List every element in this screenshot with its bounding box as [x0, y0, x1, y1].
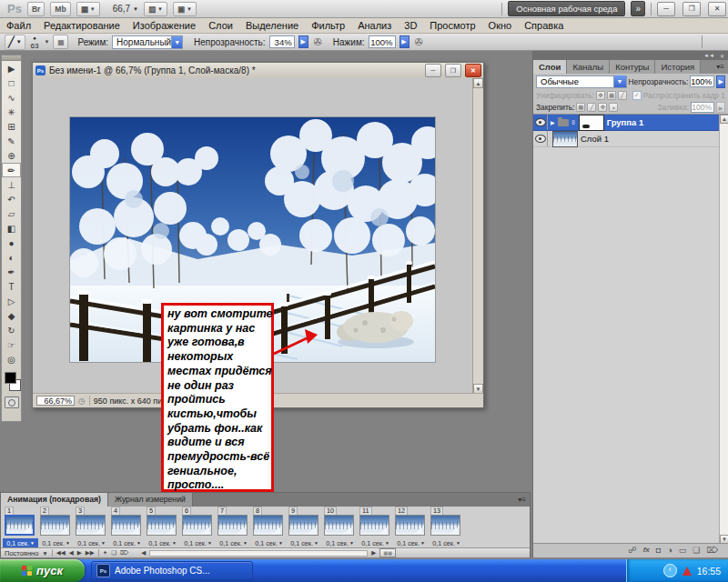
- new-group-icon[interactable]: ▭: [679, 546, 687, 555]
- tab-history[interactable]: История: [655, 60, 701, 74]
- frame-thumbnail[interactable]: [147, 515, 177, 536]
- zoom-level-control[interactable]: 66,7▼: [113, 4, 138, 14]
- frame-thumbnail[interactable]: [324, 515, 354, 536]
- animation-frame[interactable]: 13 0,1 сек.▼: [429, 507, 464, 547]
- opacity-slider-button[interactable]: ▶: [298, 35, 308, 48]
- close-dock-icon[interactable]: ✕: [720, 53, 724, 59]
- menu-item[interactable]: Изображение: [133, 20, 196, 31]
- minimize-button[interactable]: ─: [657, 2, 675, 16]
- frame-thumbnail[interactable]: [5, 515, 35, 536]
- panel-menu-icon[interactable]: ▾≡: [518, 493, 530, 507]
- delete-frame-button[interactable]: ⌦: [120, 549, 128, 557]
- fill-slider-button[interactable]: ▶: [716, 102, 725, 113]
- frame-delay-control[interactable]: 0,1 сек.▼: [109, 538, 145, 547]
- menu-item[interactable]: Файл: [6, 20, 31, 31]
- play-button[interactable]: ▶: [77, 549, 82, 557]
- new-frame-button[interactable]: ❏: [111, 549, 116, 557]
- frame-delay-control[interactable]: 0,1 сек.▼: [180, 538, 216, 547]
- toggle-brush-panel-button[interactable]: ▦: [53, 35, 68, 49]
- lock-position-icon[interactable]: ✥: [598, 103, 607, 112]
- tool-button[interactable]: ⊕: [2, 148, 21, 163]
- layer-row-layer-1[interactable]: Слой 1: [533, 131, 728, 147]
- frame-thumbnail[interactable]: [111, 515, 141, 536]
- tool-button[interactable]: ↶: [2, 192, 21, 206]
- frame-delay-control[interactable]: 0,1 сек.▼: [216, 538, 251, 547]
- previous-frame-button[interactable]: ◀: [69, 549, 74, 557]
- frame-delay-control[interactable]: 0,1 сек.▼: [322, 538, 358, 547]
- menu-item[interactable]: Справка: [524, 20, 563, 31]
- animation-frame[interactable]: 11 0,1 сек.▼: [358, 507, 393, 547]
- tool-button[interactable]: ✳: [2, 105, 21, 119]
- menu-item[interactable]: 3D: [404, 20, 417, 31]
- workspace-switcher-button[interactable]: Основная рабочая среда: [508, 1, 625, 16]
- tool-button[interactable]: ◧: [2, 221, 21, 236]
- scroll-up-icon[interactable]: ▲: [720, 115, 728, 124]
- menu-item[interactable]: Слои: [208, 20, 233, 31]
- collapse-dock-icon[interactable]: ◄◄: [703, 53, 714, 58]
- frame-thumbnail[interactable]: [395, 515, 425, 536]
- tool-button[interactable]: ◆: [2, 308, 21, 323]
- tool-button[interactable]: ✏: [2, 163, 21, 177]
- taskbar-app-button[interactable]: Ps Adobe Photoshop CS...: [91, 561, 253, 580]
- foreground-color-swatch[interactable]: [5, 372, 16, 384]
- frame-delay-control[interactable]: 0,1 сек.▼: [393, 538, 429, 547]
- layer-row-group-1[interactable]: ▶ ∞ Группа 1: [533, 115, 728, 131]
- tool-button[interactable]: ✎: [2, 134, 21, 148]
- frame-delay-control[interactable]: 0,1 сек.▼: [38, 538, 74, 547]
- tool-button[interactable]: ✒: [2, 265, 21, 279]
- antivirus-tray-icon[interactable]: [682, 567, 692, 576]
- frame-thumbnail[interactable]: [40, 515, 70, 536]
- menu-item[interactable]: Фильтр: [311, 20, 345, 31]
- airbrush-icon[interactable]: ✇: [314, 36, 322, 48]
- doc-restore-button[interactable]: ❐: [445, 64, 461, 77]
- tab-channels[interactable]: Каналы: [567, 60, 610, 74]
- horizontal-scrollbar[interactable]: [149, 550, 368, 557]
- tool-button[interactable]: ●: [2, 236, 21, 250]
- tool-button[interactable]: ▷: [2, 294, 21, 308]
- animation-frame[interactable]: 7 0,1 сек.▼: [216, 507, 251, 547]
- frame-thumbnail[interactable]: [288, 515, 318, 536]
- unify-style-icon[interactable]: ╱: [618, 91, 627, 100]
- tab-animation-frames[interactable]: Анимация (покадровая): [1, 493, 108, 507]
- flow-input[interactable]: 100%: [369, 35, 396, 48]
- adjustment-layer-icon[interactable]: ◑: [667, 546, 672, 555]
- bridge-launch-button[interactable]: Br: [27, 2, 45, 16]
- opacity-input[interactable]: 34%: [269, 35, 295, 48]
- new-layer-icon[interactable]: ❏: [693, 546, 700, 555]
- tool-button[interactable]: ◎: [2, 352, 21, 366]
- animation-frame[interactable]: 5 0,1 сек.▼: [145, 507, 180, 547]
- tab-measurement-log[interactable]: Журнал измерений: [108, 493, 193, 507]
- layer-thumbnail[interactable]: [552, 131, 578, 147]
- animation-frame[interactable]: 1 0,1 сек.▼: [3, 507, 38, 547]
- frame-thumbnail[interactable]: [217, 515, 248, 536]
- brush-size-picker[interactable]: ●63: [31, 36, 39, 48]
- mini-bridge-button[interactable]: Mb: [50, 2, 70, 16]
- tool-button[interactable]: T: [2, 279, 21, 294]
- tool-preset-picker[interactable]: ╱▼: [5, 35, 25, 50]
- unify-visibility-icon[interactable]: ▦: [607, 91, 616, 100]
- menu-item[interactable]: Анализ: [358, 20, 391, 31]
- frame-delay-control[interactable]: 0,1 сек.▼: [251, 538, 287, 547]
- tween-button[interactable]: ✦: [103, 549, 107, 557]
- start-button[interactable]: пуск: [0, 559, 85, 582]
- menu-item[interactable]: Просмотр: [430, 20, 475, 31]
- expand-group-icon[interactable]: ▶: [551, 119, 555, 125]
- tool-button[interactable]: ▶: [2, 61, 21, 75]
- scroll-right-icon[interactable]: ▶: [371, 549, 376, 557]
- frame-delay-control[interactable]: 0,1 сек.▼: [3, 538, 38, 547]
- next-frame-button[interactable]: ▶▶: [86, 549, 95, 557]
- loop-mode-select[interactable]: Постоянно: [5, 549, 38, 557]
- first-frame-button[interactable]: ◀◀: [56, 549, 66, 557]
- quick-mask-button[interactable]: [5, 396, 19, 408]
- lock-all-icon[interactable]: ▪: [609, 103, 618, 112]
- tool-button[interactable]: ◐: [2, 250, 21, 265]
- layer-mask-icon[interactable]: ◘: [656, 546, 661, 555]
- frame-delay-control[interactable]: 0,1 сек.▼: [145, 538, 180, 547]
- tab-paths[interactable]: Контуры: [610, 60, 655, 74]
- close-button[interactable]: ✕: [708, 2, 726, 16]
- layer-name[interactable]: Слой 1: [581, 134, 609, 144]
- frame-delay-control[interactable]: 0,1 сек.▼: [287, 538, 322, 547]
- frame-thumbnail[interactable]: [76, 515, 106, 536]
- doc-close-button[interactable]: ✕: [465, 64, 481, 77]
- scroll-left-icon[interactable]: ◀: [141, 549, 146, 557]
